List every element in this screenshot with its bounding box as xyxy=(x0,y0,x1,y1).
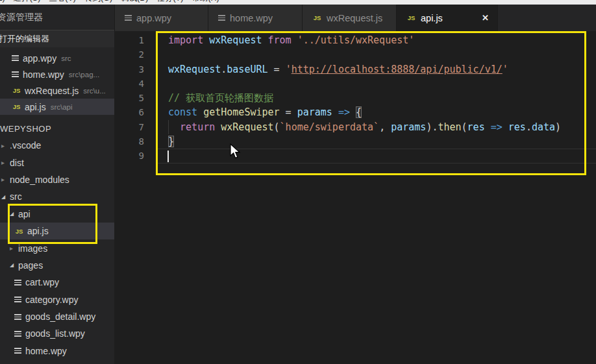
token: const xyxy=(168,106,203,118)
file-path: src\u... xyxy=(83,87,106,95)
tab-wxRequest.js[interactable]: JSwxRequest.js xyxy=(303,5,397,31)
menu-item[interactable]: 帮助(H) xyxy=(192,0,219,4)
tree-item-dist[interactable]: ▸dist xyxy=(0,154,114,171)
line-number: 7 xyxy=(114,120,144,134)
line-number: 6 xyxy=(114,105,144,119)
tree-item-cart.wpy[interactable]: cart.wpy xyxy=(0,274,114,291)
tab-app.wpy[interactable]: app.wpy xyxy=(115,5,208,31)
close-icon[interactable]: ✕ xyxy=(482,13,489,23)
line-number: 8 xyxy=(114,134,144,149)
wpy-file-icon xyxy=(14,348,21,354)
file-path: src\pag... xyxy=(69,71,99,79)
tab-label: app.wpy xyxy=(136,13,171,23)
js-icon: JS xyxy=(12,103,21,110)
token xyxy=(332,106,338,118)
open-editor-item-api.js[interactable]: JSapi.jssrc\api xyxy=(0,99,114,115)
tree-label: dist xyxy=(10,158,24,168)
tree-label: goods_detail.wpy xyxy=(25,311,95,322)
wpy-file-icon xyxy=(14,280,21,285)
token: http://localhost:8888/api/public/v1/ xyxy=(292,64,503,75)
tree-item-home.wpy[interactable]: home.wpy xyxy=(0,343,114,359)
token xyxy=(503,121,508,133)
menu-item[interactable]: 选择(S) xyxy=(14,0,41,4)
token: `home/swiperdata` xyxy=(280,121,380,133)
tree-item-.vscode[interactable]: ▸.vscode xyxy=(0,137,114,154)
line-number: 3 xyxy=(114,62,144,77)
tree-item-images[interactable]: ▸images xyxy=(0,239,114,256)
tab-home.wpy[interactable]: home.wpy xyxy=(208,5,303,31)
tree-label: category.wpy xyxy=(25,295,78,305)
project-root-header[interactable]: WEPYSHOP xyxy=(0,121,114,137)
open-editor-item-home.wpy[interactable]: home.wpysrc\pag... xyxy=(0,66,114,82)
line-content[interactable]: } xyxy=(168,134,174,149)
token: wxRequest xyxy=(221,121,273,133)
tree-item-api.js[interactable]: JSapi.js xyxy=(0,223,114,239)
code-line: 5// 获取首页轮播图数据 xyxy=(114,91,596,105)
token: from xyxy=(268,34,292,46)
line-content[interactable]: import wxRequest from '../utils/wxReques… xyxy=(168,33,414,47)
tree-item-pages[interactable]: ◢pages xyxy=(0,257,114,274)
line-number: 9 xyxy=(114,149,144,163)
token: ) xyxy=(555,121,561,133)
token: getHomeSwiper xyxy=(203,106,279,118)
tab-api.js[interactable]: JSapi.js✕ xyxy=(397,5,498,31)
tree-label: src xyxy=(10,191,22,202)
token: '../utils/wxRequest' xyxy=(297,34,415,46)
token: baseURL xyxy=(227,64,267,75)
menu-item[interactable]: 调试(D) xyxy=(121,0,148,4)
chevron-collapsed-icon: ▸ xyxy=(1,142,10,149)
tab-label: wxRequest.js xyxy=(327,13,382,23)
token xyxy=(485,121,491,133)
menu-item[interactable]: 编辑(E) xyxy=(0,0,5,4)
line-content[interactable]: wxRequest.baseURL = 'http://localhost:88… xyxy=(168,62,508,77)
token: = xyxy=(268,64,286,75)
open-editors-header[interactable]: 打开的编辑器 xyxy=(0,30,114,47)
token: ). xyxy=(426,121,438,133)
tree-item-category.wpy[interactable]: category.wpy xyxy=(0,291,114,308)
os-menu-bar: 编辑(E)选择(S)查看(V)转到(G)调试(D)任务(T)帮助(H) xyxy=(0,0,596,5)
token: { xyxy=(356,106,362,118)
token: ' xyxy=(503,64,508,75)
token: . xyxy=(221,64,227,75)
tree-label: pages xyxy=(18,260,43,271)
vscode-window: { "menu": { "items": ["编辑(E)", "选择(S)", … xyxy=(0,0,596,364)
tree-item-src[interactable]: ◢src xyxy=(0,188,114,205)
token: wxRequest xyxy=(209,34,262,46)
js-icon: JS xyxy=(14,228,24,235)
tree-item-goods_detail.wpy[interactable]: goods_detail.wpy xyxy=(0,308,114,325)
tree-label: api.js xyxy=(27,226,49,236)
chevron-collapsed-icon: ▸ xyxy=(10,245,18,252)
menu-row: 编辑(E)选择(S)查看(V)转到(G)调试(D)任务(T)帮助(H) xyxy=(0,0,596,4)
code-editor[interactable]: 1import wxRequest from '../utils/wxReque… xyxy=(114,31,596,364)
menu-item[interactable]: 转到(G) xyxy=(84,0,112,4)
token: . xyxy=(526,121,532,133)
menu-item[interactable]: 任务(T) xyxy=(156,0,183,4)
chevron-collapsed-icon: ▸ xyxy=(1,176,10,183)
tree-label: cart.wpy xyxy=(25,277,59,287)
open-editor-item-app.wpy[interactable]: app.wpysrc xyxy=(0,50,114,66)
code-line: 3wxRequest.baseURL = 'http://localhost:8… xyxy=(114,62,596,77)
tree-item-partial[interactable] xyxy=(0,359,114,364)
tree-item-goods_list.wpy[interactable]: goods_list.wpy xyxy=(0,325,114,342)
tree-label: images xyxy=(18,243,47,254)
file-tree: ▸.vscode▸dist▸node_modules◢src◢apiJSapi.… xyxy=(0,137,114,364)
tree-item-api[interactable]: ◢api xyxy=(0,206,114,223)
open-editor-item-wxRequest.js[interactable]: JSwxRequest.jssrc\u... xyxy=(0,82,114,99)
wpy-file-icon xyxy=(125,15,132,21)
tree-item-node_modules[interactable]: ▸node_modules xyxy=(0,171,114,188)
tab-label: home.wpy xyxy=(230,13,273,23)
line-content[interactable]: return wxRequest(`home/swiperdata`, para… xyxy=(168,120,561,134)
line-content[interactable]: const getHomeSwiper = params => { xyxy=(168,105,362,119)
menu-item[interactable]: 查看(V) xyxy=(49,0,76,4)
tree-label: .vscode xyxy=(10,140,41,151)
line-number: 1 xyxy=(114,33,144,47)
text-caret xyxy=(168,151,169,162)
line-content[interactable]: // 获取首页轮播图数据 xyxy=(168,91,273,105)
tree-label: goods_list.wpy xyxy=(25,328,85,339)
token: => xyxy=(338,106,350,118)
token: res xyxy=(467,121,485,133)
code-line: 4 xyxy=(114,77,596,91)
token: params xyxy=(297,106,332,118)
token: => xyxy=(491,121,503,133)
chevron-expanded-icon: ◢ xyxy=(10,262,18,268)
